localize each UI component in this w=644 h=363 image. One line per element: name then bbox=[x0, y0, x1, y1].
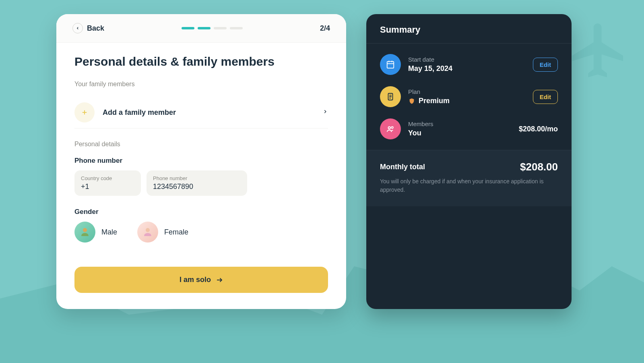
arrow-right-icon bbox=[216, 276, 223, 284]
card-body: Personal details & family members Your f… bbox=[56, 43, 346, 309]
personal-section-label: Personal details bbox=[74, 141, 328, 148]
country-code-value: +1 bbox=[81, 183, 134, 191]
edit-start-date-button[interactable]: Edit bbox=[533, 58, 558, 72]
svg-point-3 bbox=[146, 228, 150, 232]
add-family-label: Add a family member bbox=[103, 108, 176, 117]
document-icon bbox=[380, 86, 401, 107]
back-label: Back bbox=[87, 24, 104, 33]
back-button[interactable]: Back bbox=[72, 23, 104, 33]
svg-point-13 bbox=[388, 127, 391, 129]
phone-number-label: Phone number bbox=[153, 175, 241, 181]
svg-point-14 bbox=[391, 127, 393, 129]
start-date-value: May 15, 2024 bbox=[408, 64, 526, 73]
plan-label: Plan bbox=[408, 88, 526, 95]
plus-icon bbox=[74, 102, 95, 122]
calendar-icon bbox=[380, 54, 401, 75]
summary-title: Summary bbox=[366, 14, 572, 44]
shield-icon bbox=[408, 97, 415, 105]
summary-plan-row: Plan Premium Edit bbox=[380, 86, 558, 107]
gender-field-label: Gender bbox=[74, 208, 328, 216]
gender-female-option[interactable]: Female bbox=[137, 222, 188, 243]
country-code-input[interactable]: Country code +1 bbox=[74, 170, 141, 196]
svg-point-2 bbox=[83, 228, 87, 232]
progress-indicator bbox=[182, 27, 243, 29]
gender-male-option[interactable]: Male bbox=[74, 222, 117, 243]
solo-button-label: I am solo bbox=[180, 276, 211, 284]
add-family-button[interactable]: Add a family member bbox=[74, 97, 328, 129]
summary-start-date-row: Start date May 15, 2024 Edit bbox=[380, 54, 558, 75]
summary-card: Summary Start date May 15, 2024 Edit Pla… bbox=[366, 14, 572, 309]
page-title: Personal details & family members bbox=[74, 55, 328, 68]
members-label: Members bbox=[408, 120, 512, 127]
card-header: Back 2/4 bbox=[56, 14, 346, 43]
plan-name: Premium bbox=[419, 97, 450, 105]
solo-button[interactable]: I am solo bbox=[74, 267, 328, 293]
gender-female-label: Female bbox=[164, 228, 188, 236]
monthly-total-label: Monthly total bbox=[380, 163, 425, 171]
plan-value: Premium bbox=[408, 97, 526, 105]
members-value: You bbox=[408, 129, 512, 137]
phone-number-input[interactable]: Phone number 1234567890 bbox=[147, 170, 247, 196]
summary-members-row: Members You $208.00/mo bbox=[380, 118, 558, 139]
monthly-total-value: $208.00 bbox=[520, 161, 558, 173]
progress-segment bbox=[182, 27, 194, 29]
form-card: Back 2/4 Personal details & family membe… bbox=[56, 14, 346, 309]
edit-plan-button[interactable]: Edit bbox=[533, 90, 558, 104]
progress-segment bbox=[198, 27, 211, 29]
male-avatar-icon bbox=[74, 222, 95, 243]
start-date-label: Start date bbox=[408, 56, 526, 63]
progress-segment bbox=[230, 27, 243, 29]
footer-note: You will only be charged if and when you… bbox=[380, 177, 558, 194]
members-icon bbox=[380, 118, 401, 139]
female-avatar-icon bbox=[137, 222, 158, 243]
summary-footer: Monthly total $208.00 You will only be c… bbox=[366, 150, 572, 206]
progress-segment bbox=[214, 27, 227, 29]
step-counter: 2/4 bbox=[320, 24, 330, 33]
country-code-label: Country code bbox=[81, 175, 134, 181]
chevron-right-icon bbox=[322, 109, 328, 116]
family-section-label: Your family members bbox=[74, 81, 328, 88]
svg-rect-5 bbox=[387, 62, 394, 68]
members-price: $208.00/mo bbox=[519, 125, 558, 133]
chevron-left-icon bbox=[72, 23, 83, 33]
phone-field-label: Phone number bbox=[74, 157, 328, 165]
phone-number-value: 1234567890 bbox=[153, 183, 241, 191]
gender-male-label: Male bbox=[101, 228, 117, 236]
